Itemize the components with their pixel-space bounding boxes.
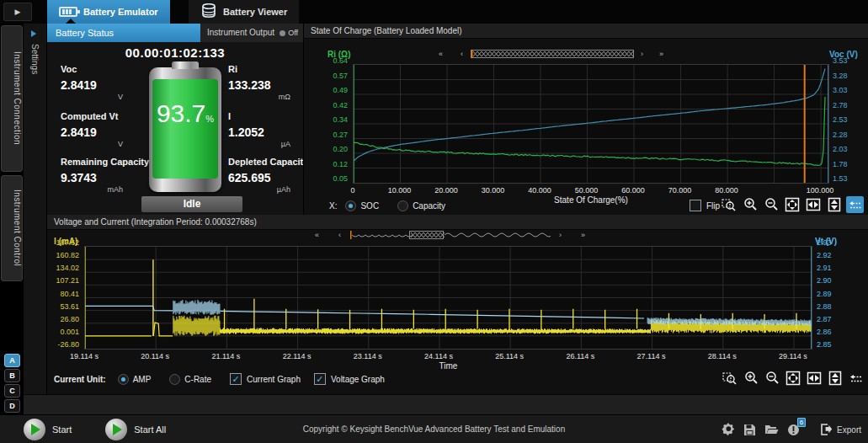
autoscale-icon[interactable] — [847, 370, 865, 387]
tick-label: 0.05 — [333, 174, 348, 183]
soc-chart-scrollbar[interactable]: « ‹ › » — [439, 49, 674, 59]
soc-controls: X: SOC Capacity — [329, 197, 464, 214]
tick-label: 2.87 — [817, 315, 832, 323]
expand-horizontal-icon[interactable] — [804, 196, 822, 213]
top-tab-bar: ▶ Battery Emulator Battery Viewer — [0, 0, 868, 24]
stat-label: Computed Vt — [61, 111, 123, 121]
vi-right-ticks: 2.932.922.912.902.892.882.872.862.85 — [815, 242, 845, 352]
expand-horizontal-icon[interactable] — [805, 370, 823, 387]
play-icon — [24, 419, 45, 440]
battery-percent-unit: % — [205, 114, 214, 124]
tick-label: 134.02 — [56, 264, 79, 272]
alert-icon[interactable]: 6 — [787, 424, 800, 436]
sidebar-item-instrument-control[interactable]: Instrument Control — [1, 175, 23, 281]
stat-unit: µAh — [228, 185, 290, 194]
bottom-spacer — [24, 394, 868, 414]
battery-percent: 93.7 — [157, 99, 205, 127]
output-state-toggle[interactable]: Off — [280, 24, 298, 42]
scroll-far-right-icon[interactable]: » — [581, 231, 585, 239]
tick-label: 22.114 s — [283, 352, 312, 360]
zoom-box-icon[interactable] — [720, 196, 738, 213]
stat-value: 133.238 — [228, 78, 290, 92]
current-graph-checkbox[interactable]: ✓ — [230, 373, 242, 385]
radio-label: AMP — [133, 375, 152, 384]
scroll-track[interactable] — [350, 230, 551, 240]
start-all-button[interactable]: Start All — [105, 419, 166, 440]
settings-rail: Settings — [24, 24, 47, 394]
channel-a-button[interactable]: A — [4, 354, 20, 367]
soc-right-ticks: 3.533.283.032.782.532.282.031.781.53 — [831, 60, 861, 186]
channel-b-button[interactable]: B — [4, 369, 20, 382]
tick-label: 0 — [350, 186, 354, 195]
sidebar-item-instrument-connection[interactable]: Instrument Connection — [1, 25, 23, 172]
sidebar-item-settings[interactable]: Settings — [30, 44, 40, 74]
scroll-far-right-icon[interactable]: » — [659, 50, 663, 58]
flip-checkbox[interactable]: ✓ — [690, 200, 701, 211]
expand-all-icon[interactable] — [783, 196, 801, 213]
tick-label: 1.78 — [833, 160, 848, 168]
zoom-out-icon[interactable] — [762, 196, 780, 213]
amp-radio[interactable]: AMP — [118, 374, 152, 385]
tick-label: 2.91 — [817, 264, 832, 272]
battery-cell-stack-icon — [200, 3, 217, 20]
tab-battery-viewer[interactable]: Battery Viewer — [189, 0, 299, 24]
soc-plot-area[interactable] — [353, 64, 829, 184]
play-icon — [105, 419, 127, 440]
zoom-box-icon[interactable] — [721, 370, 738, 387]
tab-battery-emulator[interactable]: Battery Emulator — [47, 0, 170, 24]
tick-label: 0.57 — [333, 72, 348, 80]
scroll-left-icon[interactable]: ‹ — [461, 50, 463, 58]
zoom-in-icon[interactable] — [741, 196, 759, 213]
channel-c-button[interactable]: C — [4, 384, 20, 398]
tick-label: 30.000 — [482, 186, 505, 195]
c-rate-radio[interactable]: C-Rate — [169, 374, 211, 385]
autoscale-icon[interactable] — [846, 196, 864, 213]
vi-left-ticks: 187.62160.82134.02107.2180.4153.6126.800… — [47, 242, 81, 352]
vi-x-axis-label: Time — [84, 361, 812, 371]
tick-label: 2.92 — [817, 251, 832, 259]
scroll-far-left-icon[interactable]: « — [439, 50, 443, 58]
export-button[interactable]: Export — [820, 424, 861, 435]
voltage-graph-checkbox[interactable]: ✓ — [314, 373, 326, 385]
left-rail: Instrument Connection Instrument Control… — [0, 24, 24, 413]
zoom-in-icon[interactable] — [742, 370, 759, 387]
expand-arrow-icon[interactable] — [31, 30, 36, 37]
expand-vertical-icon[interactable] — [825, 196, 843, 213]
tab-label: Battery Viewer — [223, 7, 287, 17]
vi-plot-area[interactable] — [84, 246, 812, 350]
tick-label: 2.53 — [833, 115, 848, 124]
channel-d-button[interactable]: D — [4, 399, 20, 413]
start-button[interactable]: Start — [24, 419, 72, 440]
app-window: ▶ Battery Emulator Battery Viewer Instru… — [0, 0, 868, 443]
stat-label: Remaining Capacity — [61, 157, 149, 167]
tick-label: 2.90 — [817, 276, 832, 285]
collapse-arrow-icon[interactable]: ▶ — [3, 3, 32, 21]
stat-unit: V — [61, 93, 123, 101]
run-state-button[interactable]: Idle — [141, 196, 242, 212]
scroll-far-left-icon[interactable]: « — [315, 231, 319, 239]
tick-label: 2.78 — [833, 101, 848, 109]
expand-vertical-icon[interactable] — [826, 370, 844, 387]
output-state-led-icon — [280, 30, 285, 36]
battery-level-fill — [152, 79, 218, 179]
tick-label: 3.28 — [833, 72, 848, 80]
capacity-radio[interactable]: Capacity — [397, 200, 445, 211]
tick-label: 21.114 s — [211, 352, 240, 360]
scroll-left-icon[interactable]: ‹ — [338, 231, 341, 239]
scroll-track[interactable] — [471, 49, 634, 59]
settings-gear-icon[interactable] — [722, 423, 735, 436]
scroll-right-icon[interactable]: › — [559, 231, 562, 239]
open-folder-icon[interactable] — [764, 424, 779, 435]
tick-label: 0.42 — [333, 101, 348, 109]
expand-all-icon[interactable] — [784, 370, 801, 387]
soc-radio[interactable]: SOC — [345, 200, 379, 211]
tick-label: 3.03 — [833, 86, 848, 94]
voc-stat: Voc 2.8419 V — [61, 64, 123, 101]
tick-label: 53.61 — [60, 302, 79, 311]
vi-chart-scrollbar[interactable]: « ‹ › » — [315, 230, 593, 240]
battery-status-header[interactable]: Battery Status — [47, 24, 200, 42]
tick-label: 80.000 — [715, 186, 738, 195]
save-icon[interactable] — [743, 424, 756, 436]
zoom-out-icon[interactable] — [763, 370, 780, 387]
scroll-right-icon[interactable]: › — [641, 50, 643, 58]
